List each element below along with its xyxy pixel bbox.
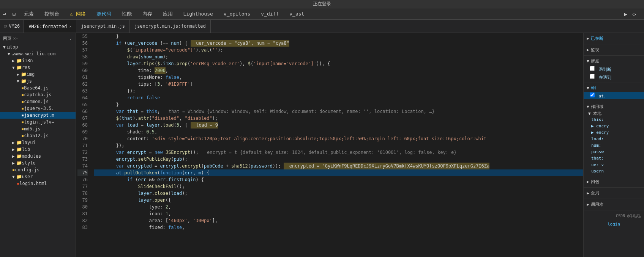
sidebar-menu-btn[interactable]: ⋮ bbox=[68, 36, 73, 41]
scope-passw[interactable]: passw bbox=[584, 149, 644, 155]
scope-load[interactable]: load: bbox=[584, 136, 644, 142]
tree-item-js[interactable]: ▼ 📁 js bbox=[0, 78, 76, 85]
panel-header-scope[interactable]: ▼ 作用域 bbox=[584, 103, 644, 111]
tree-item-top[interactable]: ▼ □ top bbox=[0, 44, 76, 50]
toolbar-application[interactable]: 应用 bbox=[161, 10, 175, 18]
tab-label-3: jsencrypt.min.js:formatted bbox=[134, 24, 206, 29]
code-line-61: tipsMore: false, bbox=[94, 74, 583, 81]
tree-item-style[interactable]: ▶ 📁 style bbox=[0, 160, 76, 166]
code-line-56: if (uer_vercode !== num) { uer_vercode =… bbox=[94, 40, 583, 47]
panel-header-watch[interactable]: ▶ 监视 bbox=[584, 46, 644, 54]
breakpoint2-checkbox[interactable] bbox=[590, 74, 595, 79]
tree-item-img[interactable]: ▶ 📁 img bbox=[0, 71, 76, 78]
panel-label-breakpoints: 断点 bbox=[591, 58, 599, 64]
tree-item-captcha[interactable]: ▪ captcha.js bbox=[0, 91, 76, 98]
tree-item-base64[interactable]: ▪ Base64.js bbox=[0, 85, 76, 91]
at-checkbox[interactable] bbox=[590, 92, 595, 97]
panel-item-at[interactable]: at. bbox=[584, 92, 644, 99]
tree-item-config[interactable]: ▪ config.js bbox=[0, 166, 76, 173]
step-over-btn[interactable]: ⤼ bbox=[630, 10, 638, 18]
line-74: 74 bbox=[77, 163, 88, 169]
tree-label-modules: modules bbox=[22, 154, 41, 159]
back-icon[interactable]: ↩ bbox=[3, 11, 6, 17]
tree-label-js: js bbox=[27, 78, 32, 84]
line-63: 63 bbox=[77, 88, 88, 94]
tree-item-res[interactable]: ▼ 📁 res bbox=[0, 64, 76, 71]
scope-encry2[interactable]: ▶ encry bbox=[584, 129, 644, 136]
panel-item-breakpoint2[interactable]: 在遇到 bbox=[584, 73, 644, 81]
tree-item-user[interactable]: ▼ 📁 user bbox=[0, 173, 76, 180]
panel-header-vm[interactable]: ▼ VM bbox=[584, 85, 644, 92]
toolbar-vast[interactable]: v_ast bbox=[287, 10, 306, 17]
panel-section-callstack: ▶ 调用堆 bbox=[584, 199, 644, 210]
tab-jsencrypt-formatted[interactable]: jsencrypt.min.js:formatted bbox=[130, 20, 211, 33]
login-btn-area: login bbox=[584, 222, 644, 227]
tree-item-layui[interactable]: ▶ 📁 layui bbox=[0, 139, 76, 146]
scope-local-label: 本地 bbox=[593, 111, 601, 116]
tree-item-common[interactable]: ▪ common.js bbox=[0, 98, 76, 105]
tab-group-vm26[interactable]: ⊡ VM26 bbox=[0, 20, 24, 33]
toolbar-network[interactable]: ⚠ 网络 bbox=[68, 10, 88, 18]
tree-item-loginhtml[interactable]: ▪ login.html bbox=[0, 180, 76, 187]
file-icon-captcha: ▪ bbox=[21, 92, 24, 97]
line-62: 62 bbox=[77, 81, 88, 88]
scope-local-header[interactable]: ▼ 本地 bbox=[584, 111, 644, 116]
code-line-71: }); bbox=[94, 142, 583, 149]
scope-num[interactable]: num: bbox=[584, 142, 644, 149]
tree-item-login[interactable]: ▪ login.js?v= bbox=[0, 119, 76, 125]
line-80: 80 bbox=[77, 204, 88, 210]
scope-encry1[interactable]: ▶ encry bbox=[584, 123, 644, 129]
tree-item-jsencrypt[interactable]: ▪ jsencrypt.m bbox=[0, 112, 76, 119]
toolbar-performance[interactable]: 性能 bbox=[120, 10, 134, 18]
toolbar-console[interactable]: 控制台 bbox=[42, 10, 62, 18]
tree-item-i18n[interactable]: ▶ 📁 i18n bbox=[0, 57, 76, 64]
toolbar-elements[interactable]: 元素 bbox=[22, 10, 36, 18]
panel-header-global[interactable]: ▶ 全局 bbox=[584, 189, 644, 197]
toolbar-lighthouse[interactable]: Lighthouse bbox=[181, 10, 215, 17]
tab-label-1: VM26:formatted bbox=[28, 24, 67, 29]
tree-item-jquery[interactable]: ▪ jquery-3.5. bbox=[0, 105, 76, 112]
code-line-66: var that = this; that = Window {window: … bbox=[94, 108, 583, 115]
panel-actions: ▶ ⤼ bbox=[623, 10, 641, 18]
panel-header-closure[interactable]: ▶ 闭包 bbox=[584, 178, 644, 186]
breakpoint1-checkbox[interactable] bbox=[590, 66, 595, 71]
dock-icon[interactable]: ⊡ bbox=[12, 11, 15, 17]
panel-header-breakpoints[interactable]: ▼ 断点 bbox=[584, 57, 644, 65]
sidebar-expand-btn[interactable]: >> bbox=[13, 36, 17, 41]
toolbar-vdiff[interactable]: v_diff bbox=[259, 10, 281, 17]
code-line-62: tips: [3, '#1E9FFF'] bbox=[94, 81, 583, 88]
scope-uer_v[interactable]: uer_v bbox=[584, 161, 644, 168]
panel-section-paused: ▶ 已在断 bbox=[584, 33, 644, 44]
scope-usern[interactable]: usern bbox=[584, 168, 644, 174]
tree-item-modules[interactable]: ▶ 📁 modules bbox=[0, 153, 76, 160]
tab-close-1[interactable]: ✕ bbox=[69, 24, 71, 28]
login-btn[interactable]: login bbox=[608, 222, 620, 227]
tree-item-domain[interactable]: ▼ ☁ www.wei-liu.com bbox=[0, 50, 76, 57]
expand-icon: ▼ bbox=[3, 45, 6, 50]
line-numbers: 55 56 57 58 59 60 61 62 63 64 65 66 67 6… bbox=[76, 33, 91, 257]
tree-item-md5[interactable]: ▪ md5.js bbox=[0, 125, 76, 132]
code-content[interactable]: } if (uer_vercode !== num) { uer_vercode… bbox=[91, 33, 583, 257]
line-82: 82 bbox=[77, 217, 88, 224]
tab-vm26formatted[interactable]: VM26:formatted ✕ bbox=[24, 20, 76, 33]
tree-label-sha512: sha512.js bbox=[24, 133, 49, 138]
scope-this[interactable]: this: bbox=[584, 116, 644, 123]
scope-that[interactable]: that: bbox=[584, 155, 644, 161]
tree-item-sha512[interactable]: ▪ sha512.js bbox=[0, 132, 76, 139]
file-icon-sha512: ▪ bbox=[21, 133, 24, 138]
tab-jsencrypt[interactable]: jsencrypt.min.js bbox=[76, 20, 130, 33]
panel-header-paused[interactable]: ▶ 已在断 bbox=[584, 34, 644, 42]
csdn-watermark: CSDN @牛哒哒 bbox=[584, 210, 644, 222]
line-55: 55 bbox=[77, 33, 88, 40]
toolbar-memory[interactable]: 内存 bbox=[140, 10, 155, 18]
resume-btn[interactable]: ▶ bbox=[623, 10, 629, 18]
toolbar-vopitons[interactable]: v_opitons bbox=[221, 10, 253, 17]
code-line-67: $(that).attr("disabled", "disabled"); bbox=[94, 115, 583, 122]
panel-item-breakpoint1[interactable]: 遇到断 bbox=[584, 65, 644, 73]
panel-header-callstack[interactable]: ▶ 调用堆 bbox=[584, 201, 644, 208]
panel-expand-icon-callstack: ▶ bbox=[587, 202, 589, 207]
scope-local-expand: ▼ bbox=[588, 111, 593, 116]
tree-item-lib[interactable]: ▶ 📁 lib bbox=[0, 146, 76, 153]
tree-label-captcha: captcha.js bbox=[24, 92, 51, 97]
toolbar-sources[interactable]: 源代码 bbox=[94, 10, 114, 18]
